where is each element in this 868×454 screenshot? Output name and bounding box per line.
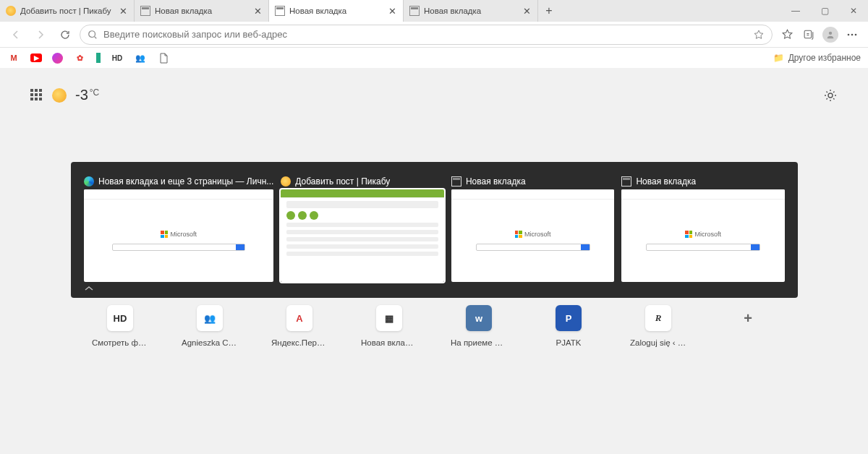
close-icon[interactable]: ✕ <box>387 6 397 16</box>
chevron-up-icon <box>84 285 94 292</box>
quicklink-label: Zaloguj się ‹ R... <box>630 338 686 347</box>
bookmark-gmail[interactable]: M <box>7 51 20 64</box>
collections-icon <box>803 28 815 40</box>
quick-link-newtab[interactable]: ▦ Новая вкладка <box>361 305 417 347</box>
quicklink-icon: w <box>466 305 492 331</box>
switcher-item-label: Добавить пост | Пикабу <box>295 176 390 187</box>
close-icon[interactable]: ✕ <box>118 6 128 16</box>
quicklink-label: На приеме у ... <box>451 338 507 347</box>
quick-link-vk[interactable]: w На приеме у ... <box>451 305 507 347</box>
plus-icon: + <box>735 305 761 331</box>
add-quick-link-button[interactable]: + <box>720 305 776 347</box>
pikabu-icon <box>281 176 291 187</box>
weather-widget[interactable]: -3°C <box>75 87 99 103</box>
close-window-button[interactable]: ✕ <box>839 0 868 22</box>
gear-icon <box>823 88 838 103</box>
quicklink-icon: R <box>645 305 671 331</box>
folder-icon: 📁 <box>773 53 784 63</box>
bookmark-app2[interactable] <box>96 53 101 63</box>
bookmark-youtube[interactable]: ▶ <box>30 53 42 62</box>
switcher-item-label: Новая вкладка <box>466 176 526 187</box>
bookmark-doc[interactable] <box>157 51 170 64</box>
tab-newtab-3[interactable]: Новая вкладка ✕ <box>404 0 538 22</box>
tab-label: Новая вкладка <box>155 7 248 15</box>
ntp-topbar: -3°C <box>30 87 838 103</box>
back-button[interactable] <box>6 25 26 45</box>
refresh-button[interactable] <box>55 25 75 45</box>
apps-launcher-button[interactable] <box>30 89 43 102</box>
titlebar: Добавить пост | Пикабу ✕ Новая вкладка ✕… <box>0 0 868 22</box>
favorite-star-icon[interactable] <box>753 29 765 40</box>
quick-link-hd[interactable]: HD Смотреть фи... <box>92 305 148 347</box>
favorites-button[interactable] <box>777 25 797 45</box>
favorites-icon <box>781 28 793 40</box>
quicklink-label: Смотреть фи... <box>92 338 148 347</box>
svg-point-4 <box>851 33 854 35</box>
profile-button[interactable] <box>820 25 841 45</box>
close-icon[interactable]: ✕ <box>522 6 532 16</box>
quicklink-label: PJATK <box>556 338 582 347</box>
tab-pikabu[interactable]: Добавить пост | Пикабу ✕ <box>0 0 135 22</box>
quicklink-icon: 👥 <box>197 305 223 331</box>
maximize-button[interactable]: ▢ <box>810 0 839 22</box>
newtab-icon <box>275 6 285 16</box>
switcher-row: Новая вкладка и еще 3 страницы — Личн...… <box>84 176 785 282</box>
window-controls: — ▢ ✕ <box>781 0 868 22</box>
toolbar-right-icons <box>777 25 862 45</box>
search-icon <box>88 30 98 40</box>
quicklink-label: Agnieszka Cer... <box>182 338 238 347</box>
quick-link-pjatk[interactable]: P PJATK <box>540 305 597 347</box>
browser-toolbar <box>0 22 868 48</box>
quicklink-label: Новая вкладка <box>361 338 417 347</box>
quicklink-icon: P <box>556 305 582 331</box>
weather-sun-icon <box>52 88 67 103</box>
temperature-value: -3 <box>75 87 88 103</box>
close-icon[interactable]: ✕ <box>252 6 263 16</box>
bookmark-app1[interactable]: ✿ <box>73 51 86 64</box>
svg-point-2 <box>829 31 832 34</box>
switcher-collapse-button[interactable] <box>84 282 785 292</box>
switcher-item-label: Новая вкладка <box>636 176 696 187</box>
switcher-thumbnail: Microsoft <box>621 189 785 282</box>
tab-newtab-2[interactable]: Новая вкладка ✕ <box>269 0 404 22</box>
quick-link-zaloguj[interactable]: R Zaloguj się ‹ R... <box>630 305 686 347</box>
svg-point-5 <box>855 33 857 35</box>
switcher-thumbnail <box>281 189 444 282</box>
bookmark-messenger[interactable] <box>52 53 63 64</box>
refresh-icon <box>59 29 71 40</box>
address-bar[interactable] <box>80 25 773 45</box>
tab-strip: Добавить пост | Пикабу ✕ Новая вкладка ✕… <box>0 0 781 22</box>
new-tab-page: -3°C Новая вкладка и еще 3 страницы — Ли… <box>0 68 868 454</box>
address-input[interactable] <box>103 29 747 40</box>
switcher-item-newtab-2[interactable]: Новая вкладка Microsoft <box>621 176 785 282</box>
quick-link-teams[interactable]: 👥 Agnieszka Cer... <box>182 305 238 347</box>
other-bookmarks[interactable]: 📁 Другое избранное <box>773 53 861 63</box>
new-tab-button[interactable]: + <box>538 0 560 22</box>
quicklink-icon: ▦ <box>376 305 402 331</box>
bookmarks-bar: M ▶ ✿ HD 👥 📁 Другое избранное <box>0 48 868 68</box>
tab-newtab-1[interactable]: Новая вкладка ✕ <box>135 0 269 22</box>
quick-link-yandex[interactable]: А Яндекс.Пере... <box>271 305 328 347</box>
newtab-icon <box>451 176 461 187</box>
bookmark-teams[interactable]: 👥 <box>134 51 147 64</box>
forward-button[interactable] <box>30 25 51 45</box>
tab-label: Новая вкладка <box>424 7 517 15</box>
switcher-thumbnail: Microsoft <box>451 189 615 282</box>
newtab-icon <box>621 176 631 187</box>
collections-button[interactable] <box>799 25 819 45</box>
switcher-item-newtab-1[interactable]: Новая вкладка Microsoft <box>451 176 615 282</box>
menu-button[interactable] <box>842 25 862 45</box>
bookmark-hd[interactable]: HD <box>111 51 124 64</box>
tab-label: Добавить пост | Пикабу <box>20 7 114 15</box>
newtab-icon <box>140 6 150 16</box>
more-icon <box>846 29 858 40</box>
window-switcher-panel: Новая вкладка и еще 3 страницы — Личн...… <box>71 162 798 298</box>
edge-icon <box>84 176 94 187</box>
page-settings-button[interactable] <box>823 88 838 103</box>
other-bookmarks-label: Другое избранное <box>788 53 861 63</box>
switcher-item-edge[interactable]: Новая вкладка и еще 3 страницы — Личн...… <box>84 176 273 282</box>
minimize-button[interactable]: — <box>781 0 810 22</box>
newtab-icon <box>409 6 420 16</box>
switcher-item-pikabu[interactable]: Добавить пост | Пикабу <box>281 176 444 282</box>
switcher-item-label: Новая вкладка и еще 3 страницы — Личн... <box>98 176 273 187</box>
